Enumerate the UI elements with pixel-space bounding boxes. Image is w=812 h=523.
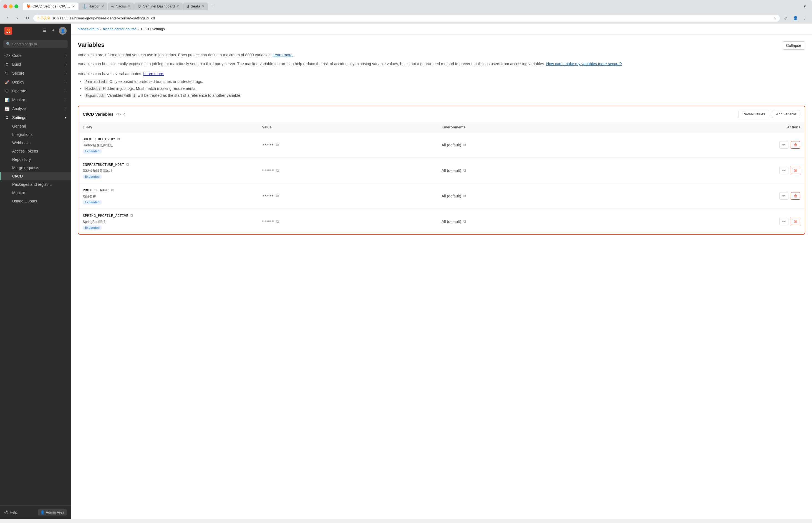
forward-btn[interactable]: › [13, 14, 21, 22]
breadcrumb-link-group[interactable]: hiseas-group [78, 27, 99, 31]
edit-variable-btn[interactable]: ✏ [779, 192, 789, 200]
sidebar-item-webhooks[interactable]: Webhooks [0, 139, 71, 147]
search-placeholder: Search or go to... [12, 42, 40, 46]
variable-key-name: SPRING_PROFILE_ACTIVE ⧉ [83, 213, 262, 218]
delete-variable-btn[interactable]: 🗑 [791, 141, 800, 149]
sidebar-item-access-tokens[interactable]: Access Tokens [0, 147, 71, 155]
sidebar-item-label: Secure [12, 71, 24, 75]
sidebar-item-label: Monitor [12, 97, 25, 102]
variables-icon: </> [116, 112, 121, 116]
tab-close-btn[interactable]: ✕ [101, 4, 104, 8]
variable-environment: All (default) ⧉ [442, 193, 621, 199]
sidebar-item-integrations[interactable]: Integrations [0, 130, 71, 139]
learn-more-link-1[interactable]: Learn more. [273, 53, 293, 57]
chevron-icon: › [66, 72, 67, 75]
sidebar-toggle-btn[interactable]: ☰ [41, 27, 48, 34]
tab-close-btn[interactable]: ✕ [72, 4, 75, 8]
delete-variable-btn[interactable]: 🗑 [791, 218, 800, 225]
breadcrumb-link-project[interactable]: hiseas-center-course [103, 27, 137, 31]
copy-env-btn[interactable]: ⧉ [463, 167, 467, 173]
sidebar-item-operate[interactable]: ⬡ Operate › [0, 87, 71, 95]
tab-dropdown-btn[interactable]: ▾ [801, 2, 809, 10]
refresh-btn[interactable]: ↻ [23, 14, 31, 22]
edit-variable-btn[interactable]: ✏ [779, 218, 789, 225]
learn-more-link-2[interactable]: How can I make my variables more secure? [546, 61, 622, 66]
delete-variable-btn[interactable]: 🗑 [791, 192, 800, 200]
copy-value-btn[interactable]: ⧉ [276, 218, 279, 224]
sidebar-item-packages[interactable]: Packages and registr... [0, 180, 71, 188]
sidebar-item-secure[interactable]: 🛡 Secure › [0, 69, 71, 78]
reveal-values-btn[interactable]: Reveal values [738, 110, 769, 118]
new-item-btn[interactable]: + [50, 27, 57, 34]
attribute-protected-desc: Only exposed to protected branches or pr… [109, 79, 203, 84]
profile-btn[interactable]: 👤 [792, 14, 799, 22]
variable-key-infra: INFRASTRUCTURE_HOST ⧉ 基础设施服务器地址 Expanded [83, 162, 262, 179]
attribute-protected-label: Protected: [84, 79, 108, 84]
tab-favicon: ∞ [111, 4, 114, 8]
copy-env-btn[interactable]: ⧉ [463, 142, 467, 148]
maximize-window-btn[interactable] [14, 4, 18, 8]
copy-env-btn[interactable]: ⧉ [463, 218, 467, 224]
chevron-icon: › [66, 98, 67, 102]
help-btn[interactable]: ⓪ Help [4, 510, 17, 515]
admin-area-btn[interactable]: 👤 Admin Area [38, 509, 67, 516]
tab-close-btn[interactable]: ✕ [128, 4, 131, 8]
back-btn[interactable]: ‹ [3, 14, 11, 22]
copy-env-btn[interactable]: ⧉ [463, 193, 467, 199]
menu-btn[interactable]: ⋮ [801, 14, 809, 22]
tab-cicd[interactable]: 🦊 CI/CD Settings · CI/CD · Sett... ✕ [23, 2, 78, 10]
attribute-masked-label: Masked: [84, 86, 102, 91]
minimize-window-btn[interactable] [9, 4, 13, 8]
bookmark-icon[interactable]: ☆ [773, 16, 776, 20]
delete-variable-btn[interactable]: 🗑 [791, 167, 800, 174]
sidebar-item-repository[interactable]: Repository [0, 155, 71, 164]
sidebar-item-cicd[interactable]: CI/CD [0, 172, 71, 180]
tab-close-btn[interactable]: ✕ [202, 4, 205, 8]
breadcrumb-separator: / [100, 27, 101, 31]
new-tab-btn[interactable]: + [208, 2, 216, 10]
sidebar-item-general[interactable]: General [0, 122, 71, 130]
close-window-btn[interactable] [3, 4, 7, 8]
copy-value-btn[interactable]: ⧉ [276, 142, 279, 148]
copy-key-btn[interactable]: ⧉ [126, 162, 129, 167]
copy-key-btn[interactable]: ⧉ [117, 136, 121, 142]
learn-more-link-3[interactable]: Learn more. [143, 72, 164, 76]
sidebar-item-monitor-sub[interactable]: Monitor [0, 188, 71, 197]
copy-key-btn[interactable]: ⧉ [130, 213, 134, 218]
breadcrumb: hiseas-group / hiseas-center-course / CI… [71, 23, 812, 35]
sidebar-item-merge-requests[interactable]: Merge requests [0, 164, 71, 172]
edit-variable-btn[interactable]: ✏ [779, 167, 789, 174]
sidebar-item-label: Analyze [12, 107, 26, 111]
deploy-icon: 🚀 [4, 80, 10, 84]
table-row: INFRASTRUCTURE_HOST ⧉ 基础设施服务器地址 Expanded… [78, 158, 805, 183]
extensions-btn[interactable]: ⊕ [782, 14, 790, 22]
tab-seata[interactable]: S Seata ✕ [183, 2, 208, 10]
sidebar-item-code[interactable]: </> Code › [0, 51, 71, 60]
tab-harbor[interactable]: ⚓ Harbor ✕ [79, 2, 107, 10]
browser-extension-icons: ⊕ 👤 ⋮ [782, 14, 809, 22]
tab-close-btn[interactable]: ✕ [176, 4, 179, 8]
sidebar-item-analyze[interactable]: 📈 Analyze › [0, 104, 71, 113]
copy-key-btn[interactable]: ⧉ [110, 187, 114, 193]
edit-variable-btn[interactable]: ✏ [779, 141, 789, 149]
tab-favicon: 🦊 [26, 4, 31, 8]
tab-sentinel[interactable]: 🛡 Sentinel Dashboard ✕ [134, 2, 183, 10]
sidebar-item-deploy[interactable]: 🚀 Deploy › [0, 78, 71, 87]
add-variable-btn[interactable]: Add variable [772, 110, 800, 118]
address-bar[interactable]: ⚠ 不安全 10.211.55.11/hiseas-group/hiseas-c… [33, 15, 780, 22]
copy-value-btn[interactable]: ⧉ [276, 167, 279, 173]
col-header-environments: Environments [442, 125, 621, 129]
sidebar-item-usage-quotas[interactable]: Usage Quotas [0, 197, 71, 205]
gitlab-logo[interactable]: 🦊 [4, 27, 12, 35]
sidebar-item-build[interactable]: ⚙ Build › [0, 60, 71, 69]
sidebar-item-monitor[interactable]: 📊 Monitor › [0, 95, 71, 104]
variable-key-name: DOCKER_REGISTRY ⧉ [83, 136, 262, 142]
variables-actions: Reveal values Add variable [738, 110, 800, 118]
collapse-button[interactable]: Collapse [782, 41, 805, 50]
user-avatar[interactable]: 👤 [59, 27, 67, 35]
copy-value-btn[interactable]: ⧉ [276, 193, 279, 199]
search-bar[interactable]: 🔍 Search or go to... [3, 40, 68, 48]
tab-nacos[interactable]: ∞ Nacos ✕ [108, 2, 134, 10]
secure-icon: 🛡 [4, 71, 10, 75]
sidebar-item-settings[interactable]: ⚙ Settings ▾ [0, 113, 71, 122]
